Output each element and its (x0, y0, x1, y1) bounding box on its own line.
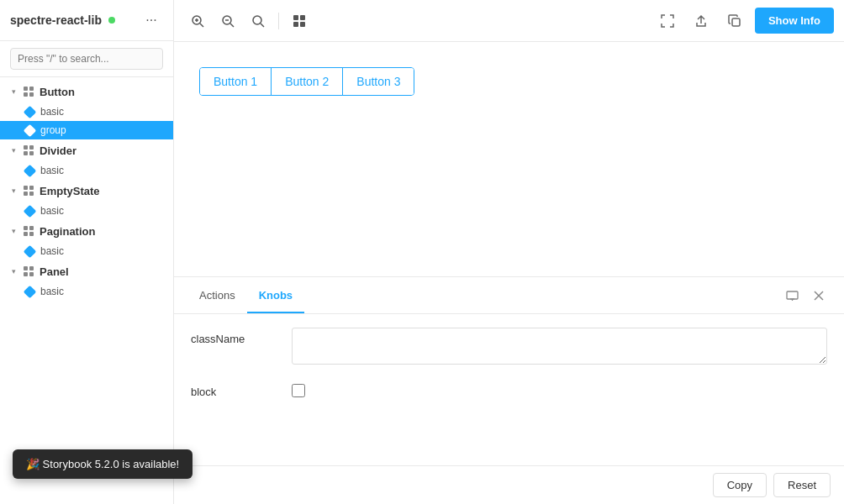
svg-point-7 (253, 16, 261, 24)
online-indicator (108, 17, 115, 24)
svg-line-8 (261, 24, 264, 27)
nav-group-header-emptystate[interactable]: ▾ EmptyState (0, 180, 173, 202)
svg-line-1 (200, 24, 203, 27)
grid-button[interactable] (286, 8, 313, 34)
svg-rect-10 (300, 15, 305, 20)
reset-button[interactable]: Reset (773, 473, 831, 497)
toast-notification: 🎉 Storybook 5.2.0 is available! (13, 449, 193, 479)
nav-group-header-panel[interactable]: ▾ Panel (0, 260, 173, 282)
tab-actions[interactable]: Actions (187, 279, 247, 313)
share-button[interactable] (688, 8, 715, 34)
panel: Actions Knobs classNameblock Copy Reset (174, 277, 844, 504)
knob-checkbox-block[interactable] (292, 384, 305, 397)
panel-desktop-button[interactable] (780, 284, 804, 307)
panel-content: classNameblock (174, 314, 844, 465)
component-icon (24, 286, 35, 297)
grid-icon (22, 85, 35, 98)
svg-rect-14 (787, 291, 798, 299)
component-icon (24, 165, 35, 176)
nav-item-label: group (40, 124, 66, 136)
nav-group-button: ▾ Button basicgroup (0, 81, 173, 139)
nav-group-label: Divider (40, 144, 76, 157)
nav-item-basic[interactable]: basic (0, 242, 173, 260)
grid-icon (22, 184, 35, 197)
sidebar-header: spectre-react-lib ··· (0, 0, 173, 41)
sidebar-title: spectre-react-lib (10, 13, 115, 27)
zoom-out-button[interactable] (214, 8, 241, 34)
search-bar (0, 41, 173, 77)
nav-item-label: basic (40, 165, 64, 176)
btn-group-item-2[interactable]: Button 2 (272, 68, 343, 95)
knob-input-wrap-className (292, 328, 827, 367)
nav-item-label: basic (40, 205, 64, 217)
component-icon (24, 205, 35, 217)
component-icon (24, 124, 35, 136)
zoom-reset-button[interactable] (245, 8, 272, 34)
search-input[interactable] (10, 48, 163, 70)
nav-group-label: Pagination (40, 225, 95, 238)
panel-tabs: Actions Knobs (174, 277, 844, 314)
diamond-icon (23, 285, 36, 298)
fullscreen-button[interactable] (654, 8, 681, 34)
grid-icon (22, 224, 35, 238)
nav-item-label: basic (40, 245, 64, 257)
nav-item-basic[interactable]: basic (0, 282, 173, 301)
svg-rect-9 (293, 15, 298, 20)
svg-rect-13 (732, 18, 740, 26)
chevron-icon: ▾ (8, 87, 18, 97)
nav-group-header-pagination[interactable]: ▾ Pagination (0, 220, 173, 242)
knob-label-block: block (191, 381, 292, 398)
copy-button[interactable]: Copy (713, 473, 767, 497)
nav-item-label: basic (40, 106, 64, 118)
knob-label-className: className (191, 328, 292, 345)
nav-group-label: EmptyState (40, 185, 100, 197)
component-icon (24, 106, 35, 118)
toolbar-left (184, 8, 313, 34)
diamond-icon (23, 123, 36, 137)
nav-item-basic[interactable]: basic (0, 202, 173, 220)
preview-area: Button 1Button 2Button 3 (174, 42, 844, 277)
diamond-icon (23, 164, 36, 177)
nav-group-header-divider[interactable]: ▾ Divider (0, 139, 173, 161)
diamond-icon (23, 105, 36, 118)
btn-group-item-1[interactable]: Button 1 (200, 68, 272, 95)
sidebar-menu-button[interactable]: ··· (140, 8, 163, 32)
nav-group-label: Panel (40, 265, 69, 278)
panel-footer: Copy Reset (174, 465, 844, 504)
main-content: Show Info Button 1Button 2Button 3 Actio… (174, 0, 844, 504)
nav-group-panel: ▾ Panel basic (0, 260, 173, 301)
toolbar: Show Info (174, 0, 844, 42)
panel-close-button[interactable] (807, 284, 831, 307)
nav-group-pagination: ▾ Pagination basic (0, 220, 173, 260)
toolbar-divider (278, 13, 279, 29)
nav-group-emptystate: ▾ EmptyState basic (0, 180, 173, 220)
toolbar-right: Show Info (654, 8, 834, 34)
diamond-icon (23, 244, 36, 258)
nav-group-header-button[interactable]: ▾ Button (0, 81, 173, 102)
chevron-icon: ▾ (8, 226, 18, 236)
button-group: Button 1Button 2Button 3 (199, 67, 414, 96)
nav-item-basic[interactable]: basic (0, 102, 173, 121)
knob-input-wrap-block (292, 381, 827, 400)
grid-icon (22, 265, 35, 278)
tab-knobs[interactable]: Knobs (247, 279, 304, 313)
copy-link-button[interactable] (721, 8, 748, 34)
toast-message: 🎉 Storybook 5.2.0 is available! (26, 458, 179, 470)
chevron-icon: ▾ (8, 266, 18, 276)
zoom-in-button[interactable] (184, 8, 211, 34)
svg-rect-11 (293, 22, 298, 27)
grid-icon (22, 144, 35, 157)
svg-line-5 (230, 24, 234, 27)
sidebar: spectre-react-lib ··· ▾ Button basicgrou… (0, 0, 174, 504)
chevron-icon: ▾ (8, 145, 18, 155)
knob-row-block: block (191, 381, 827, 400)
knob-textarea-className[interactable] (292, 328, 827, 365)
nav-item-group[interactable]: group (0, 121, 173, 139)
nav-tree: ▾ Button basicgroup ▾ Divider basic ▾ Em… (0, 77, 173, 504)
knob-row-className: className (191, 328, 827, 367)
svg-rect-12 (300, 22, 305, 27)
nav-item-basic[interactable]: basic (0, 161, 173, 180)
btn-group-item-3[interactable]: Button 3 (343, 68, 414, 95)
show-info-button[interactable]: Show Info (755, 8, 834, 34)
chevron-icon: ▾ (8, 186, 18, 196)
